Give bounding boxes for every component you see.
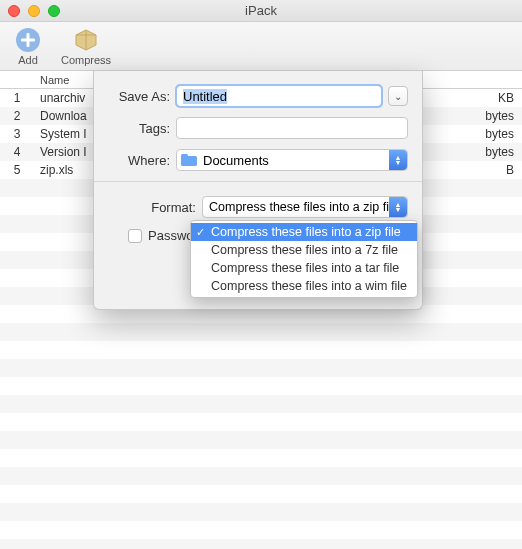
row-size: bytes — [467, 145, 522, 159]
folder-icon — [181, 153, 197, 167]
format-option-label: Compress these files into a 7z file — [211, 243, 398, 257]
plus-circle-icon — [14, 26, 42, 54]
where-select[interactable]: Documents ▲▼ — [176, 149, 408, 171]
add-button[interactable]: Add — [4, 26, 52, 66]
titlebar: iPack — [0, 0, 522, 22]
expand-button[interactable]: ⌄ — [388, 86, 408, 106]
row-size: bytes — [467, 109, 522, 123]
tags-label: Tags: — [108, 121, 170, 136]
row-index: 3 — [0, 127, 34, 141]
format-dropdown-menu: ✓ Compress these files into a zip file C… — [190, 220, 418, 298]
format-select[interactable]: Compress these files into a zip file ▲▼ — [202, 196, 408, 218]
format-option[interactable]: Compress these files into a 7z file — [191, 241, 417, 259]
where-label: Where: — [108, 153, 170, 168]
format-option-label: Compress these files into a wim file — [211, 279, 407, 293]
row-size: KB — [467, 91, 522, 105]
toolbar: Add Compress — [0, 22, 522, 71]
row-index: 4 — [0, 145, 34, 159]
format-value: Compress these files into a zip file — [209, 200, 399, 214]
svg-rect-7 — [181, 154, 188, 158]
svg-rect-2 — [21, 39, 35, 42]
add-label: Add — [18, 54, 38, 66]
row-size: bytes — [467, 127, 522, 141]
window-title: iPack — [0, 3, 522, 18]
format-option-label: Compress these files into a tar file — [211, 261, 399, 275]
tags-input[interactable] — [176, 117, 408, 139]
updown-icon: ▲▼ — [389, 197, 407, 217]
format-label: Format: — [108, 200, 196, 215]
divider — [94, 181, 422, 182]
password-checkbox[interactable] — [128, 229, 142, 243]
save-as-label: Save As: — [108, 89, 170, 104]
format-option[interactable]: ✓ Compress these files into a zip file — [191, 223, 417, 241]
compress-label: Compress — [61, 54, 111, 66]
row-index: 2 — [0, 109, 34, 123]
updown-icon: ▲▼ — [389, 150, 407, 170]
row-size: B — [467, 163, 522, 177]
checkmark-icon: ✓ — [196, 226, 205, 239]
row-index: 5 — [0, 163, 34, 177]
format-option[interactable]: Compress these files into a wim file — [191, 277, 417, 295]
where-value: Documents — [203, 153, 269, 168]
box-icon — [72, 26, 100, 54]
row-index: 1 — [0, 91, 34, 105]
compress-button[interactable]: Compress — [62, 26, 110, 66]
format-option-label: Compress these files into a zip file — [211, 225, 401, 239]
save-as-input[interactable] — [176, 85, 382, 107]
chevron-down-icon: ⌄ — [394, 91, 402, 102]
format-option[interactable]: Compress these files into a tar file — [191, 259, 417, 277]
